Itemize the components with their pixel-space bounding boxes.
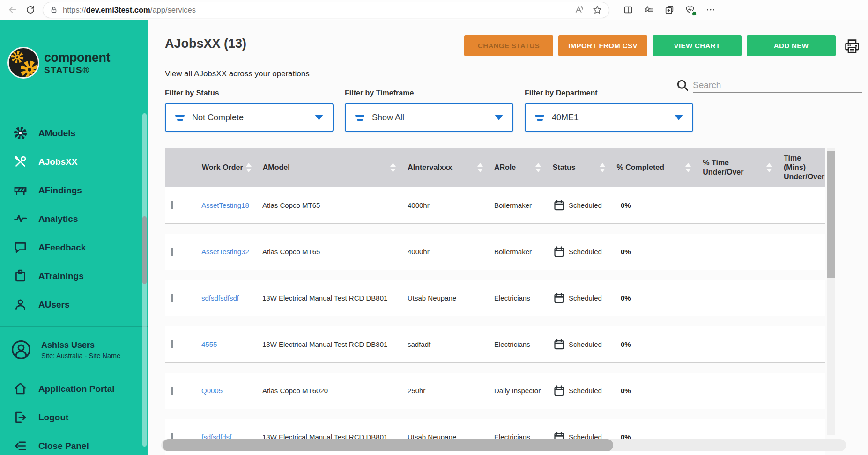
favorite-star-icon[interactable] bbox=[592, 5, 602, 15]
amodel-column-header[interactable]: AModel bbox=[256, 148, 401, 187]
amodels-nav-item[interactable]: AModels bbox=[0, 119, 148, 147]
status-cell: Scheduled bbox=[546, 384, 610, 397]
sort-arrows-icon[interactable] bbox=[600, 163, 605, 172]
application-portal-nav-item[interactable]: Application Portal bbox=[0, 374, 148, 403]
sort-arrows-icon[interactable] bbox=[535, 163, 541, 172]
arole-cell: Boilermaker bbox=[488, 248, 546, 256]
logo-text-line1: component bbox=[44, 51, 110, 64]
aintervalxxx-column-header[interactable]: AIntervalxxx bbox=[401, 148, 488, 187]
sidebar-scrollbar-thumb[interactable] bbox=[142, 216, 147, 284]
collections-icon[interactable] bbox=[664, 5, 675, 15]
work-order-link[interactable]: AssetTesting18 bbox=[201, 201, 249, 209]
person-icon bbox=[13, 297, 28, 312]
status-text: Scheduled bbox=[569, 248, 602, 256]
status-cell: Scheduled bbox=[546, 338, 610, 351]
completed-column-header[interactable]: % Completed bbox=[610, 148, 697, 187]
logout-nav-item[interactable]: Logout bbox=[0, 403, 148, 432]
status-text: Scheduled bbox=[569, 387, 602, 395]
ausers-nav-item[interactable]: AUsers bbox=[0, 290, 148, 319]
time-mins-under-over-column-header[interactable]: Time (Mins) Under/Over bbox=[777, 148, 825, 187]
work-order-link[interactable]: sdfsdfsdfsdf bbox=[201, 294, 239, 302]
completed-cell: 0% bbox=[610, 294, 697, 302]
amodel-cell: Atlas Copco MT65 bbox=[256, 248, 401, 256]
filter-label: Filter by Status bbox=[165, 89, 334, 97]
table-hscrollbar-thumb[interactable] bbox=[163, 439, 613, 451]
completed-cell: 0% bbox=[610, 248, 697, 256]
browser-chrome: https://dev.emi3test.com/app/services bbox=[0, 0, 868, 20]
main-content: AJobsXX (13) View all AJobsXX across you… bbox=[148, 20, 868, 455]
settings-more-icon[interactable] bbox=[705, 5, 716, 15]
afeedback-nav-item[interactable]: AFeedback bbox=[0, 233, 148, 262]
sort-arrows-icon[interactable] bbox=[246, 163, 252, 172]
filter-label: Filter by Timeframe bbox=[345, 89, 513, 97]
search-box bbox=[676, 76, 862, 93]
sort-arrows-icon[interactable] bbox=[477, 163, 483, 172]
sidebar-footer-nav: Application Portal Logout Close Panel bbox=[0, 374, 148, 455]
row-checkbox[interactable] bbox=[171, 248, 173, 256]
sort-arrows-icon[interactable] bbox=[766, 163, 772, 172]
close-panel-nav-item[interactable]: Close Panel bbox=[0, 432, 148, 455]
arole-column-header[interactable]: ARole bbox=[488, 148, 546, 187]
search-input[interactable] bbox=[693, 78, 862, 93]
split-screen-icon[interactable] bbox=[623, 5, 633, 15]
home-icon bbox=[13, 382, 28, 396]
work-order-link[interactable]: 4555 bbox=[201, 340, 217, 348]
filter-label: Filter by Department bbox=[525, 89, 693, 97]
filter-dropdown[interactable]: Not Complete bbox=[165, 103, 334, 132]
row-checkbox[interactable] bbox=[171, 201, 173, 209]
person-circle-icon bbox=[10, 339, 32, 360]
sidebar-nav: AModels AJobsXX AFindings Analytics bbox=[0, 119, 148, 319]
page-subtitle: View all AJobsXX across your operations bbox=[165, 69, 310, 79]
filter-dropdown[interactable]: Show All bbox=[345, 103, 513, 132]
row-checkbox[interactable] bbox=[171, 387, 173, 395]
status-column-header[interactable]: Status bbox=[546, 148, 610, 187]
sort-arrows-icon[interactable] bbox=[685, 163, 691, 172]
work-order-link[interactable]: Q0005 bbox=[201, 387, 223, 395]
analytics-nav-item[interactable]: Analytics bbox=[0, 205, 148, 233]
table-row: Q0005 Atlas Copco MT6020 250hr Daily Ins… bbox=[165, 373, 825, 409]
arole-cell: Boilermaker bbox=[488, 201, 546, 209]
atrainings-nav-item[interactable]: ATrainings bbox=[0, 262, 148, 290]
amodel-cell: Atlas Copco MT65 bbox=[256, 201, 401, 209]
address-bar[interactable]: https://dev.emi3test.com/app/services bbox=[43, 2, 609, 18]
view-chart-button[interactable]: VIEW CHART bbox=[653, 35, 742, 56]
ainterval-cell: 4000hr bbox=[401, 248, 488, 256]
table-vscrollbar-thumb[interactable] bbox=[827, 151, 835, 278]
sort-arrows-icon[interactable] bbox=[390, 163, 396, 172]
user-block[interactable]: Ashiss Users Site: Australia - Site Name bbox=[0, 339, 148, 360]
arole-cell: Electricians bbox=[488, 294, 546, 302]
calendar-icon bbox=[553, 338, 565, 351]
afindings-nav-item[interactable]: AFindings bbox=[0, 176, 148, 205]
status-cell: Scheduled bbox=[546, 199, 610, 212]
essentials-status-badge bbox=[692, 11, 697, 16]
refresh-icon[interactable] bbox=[25, 5, 36, 15]
filter-dropdown[interactable]: 40ME1 bbox=[525, 103, 693, 132]
barrier-icon bbox=[13, 183, 28, 198]
work-order-column-header[interactable]: Work Order bbox=[195, 148, 256, 187]
speech-bubble-icon bbox=[13, 240, 28, 255]
lock-icon bbox=[50, 6, 58, 14]
filter-icon bbox=[535, 115, 544, 121]
table-body: AssetTesting18 Atlas Copco MT65 4000hr B… bbox=[165, 187, 825, 455]
work-order-link[interactable]: AssetTesting32 bbox=[201, 248, 249, 256]
add-new-button[interactable]: ADD NEW bbox=[747, 35, 836, 56]
ajobsxx-nav-item[interactable]: AJobsXX bbox=[0, 147, 148, 176]
time-under-over-column-header[interactable]: % Time Under/Over bbox=[696, 148, 777, 187]
amodel-cell: 13W Electrical Manual Test RCD DB801 bbox=[256, 340, 401, 348]
row-checkbox[interactable] bbox=[171, 294, 173, 302]
ainterval-cell: 4000hr bbox=[401, 201, 488, 209]
print-icon[interactable] bbox=[843, 37, 861, 55]
table-row: sdfsdfsdfsdf 13W Electrical Manual Test … bbox=[165, 280, 825, 316]
change-status-button[interactable]: CHANGE STATUS bbox=[464, 35, 553, 56]
sidebar-divider bbox=[0, 326, 148, 327]
favorites-bar-icon[interactable] bbox=[644, 5, 654, 15]
row-checkbox[interactable] bbox=[171, 340, 173, 348]
back-icon[interactable] bbox=[7, 5, 18, 15]
collapse-icon bbox=[13, 439, 28, 453]
amodel-cell: 13W Electrical Manual Test RCD DB801 bbox=[256, 294, 401, 302]
sidebar: component STATUS® AModels AJobsXX AFindi bbox=[0, 20, 148, 455]
import-from-csv-button[interactable]: IMPORT FROM CSV bbox=[558, 35, 647, 56]
browser-essentials-icon[interactable] bbox=[685, 5, 695, 15]
user-name: Ashiss Users bbox=[41, 340, 120, 350]
read-aloud-icon[interactable] bbox=[574, 5, 585, 15]
